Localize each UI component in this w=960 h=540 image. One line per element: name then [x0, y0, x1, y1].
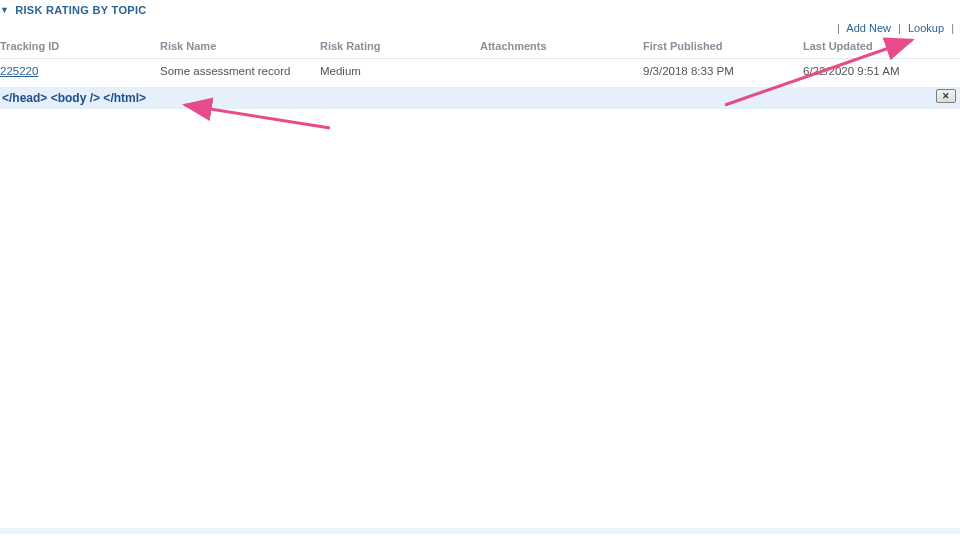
add-new-link[interactable]: Add New	[846, 22, 891, 34]
collapse-triangle-icon[interactable]: ▼	[0, 5, 9, 15]
inline-edit-row[interactable]: </head> <body /> </html> ✕	[0, 87, 960, 109]
col-last-updated[interactable]: Last Updated	[803, 36, 960, 59]
col-risk-rating[interactable]: Risk Rating	[320, 36, 480, 59]
col-tracking-id[interactable]: Tracking ID	[0, 36, 160, 59]
section-title: RISK RATING BY TOPIC	[15, 4, 146, 16]
action-sep: |	[898, 22, 901, 34]
actions-bar: | Add New | Lookup |	[0, 20, 960, 36]
lookup-link[interactable]: Lookup	[908, 22, 944, 34]
risk-table: Tracking ID Risk Name Risk Rating Attach…	[0, 36, 960, 83]
cell-attachments	[480, 59, 643, 84]
inline-edit-text: </head> <body /> </html>	[2, 91, 146, 105]
table-header-row: Tracking ID Risk Name Risk Rating Attach…	[0, 36, 960, 59]
delete-button[interactable]: ✕	[936, 89, 956, 103]
table-row[interactable]: 225220 Some assessment record Medium 9/3…	[0, 59, 960, 84]
col-risk-name[interactable]: Risk Name	[160, 36, 320, 59]
cell-risk-rating: Medium	[320, 59, 480, 84]
cell-risk-name: Some assessment record	[160, 59, 320, 84]
cell-first-published: 9/3/2018 8:33 PM	[643, 59, 803, 84]
section-header[interactable]: ▼ RISK RATING BY TOPIC	[0, 0, 960, 20]
close-icon: ✕	[942, 92, 950, 101]
action-sep: |	[837, 22, 840, 34]
bottom-bar	[0, 528, 960, 534]
col-first-published[interactable]: First Published	[643, 36, 803, 59]
cell-last-updated: 6/22/2020 9:51 AM	[803, 59, 960, 84]
col-attachments[interactable]: Attachments	[480, 36, 643, 59]
action-sep: |	[951, 22, 954, 34]
tracking-id-link[interactable]: 225220	[0, 65, 38, 77]
